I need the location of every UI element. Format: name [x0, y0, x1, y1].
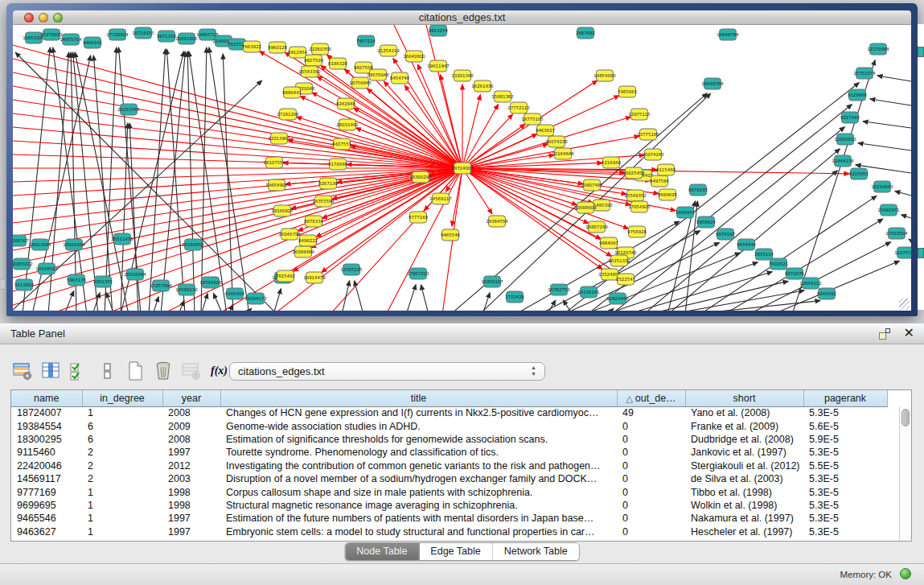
- table-cell[interactable]: 5.5E-5: [803, 459, 887, 472]
- graph-node[interactable]: 9884067: [599, 237, 618, 249]
- table-cell[interactable]: Changes of HCN gene expression and I(f) …: [220, 406, 617, 419]
- graph-node[interactable]: 13775165: [637, 129, 659, 140]
- graph-node[interactable]: 16958107: [481, 276, 503, 287]
- graph-node[interactable]: 5903135: [67, 274, 86, 286]
- table-cell[interactable]: 6: [82, 419, 162, 432]
- tab-node-table[interactable]: Node Table: [345, 543, 419, 560]
- graph-node[interactable]: 27181206: [277, 109, 299, 120]
- graph-node[interactable]: 12923448: [606, 293, 629, 304]
- new-table-icon[interactable]: [124, 360, 146, 382]
- graph-node[interactable]: 14355594: [312, 196, 335, 207]
- table-row[interactable]: 1938455462009Genome-wide association stu…: [11, 419, 887, 432]
- graph-node[interactable]: 21606507: [13, 235, 29, 246]
- table-row[interactable]: 1830029562008Estimation of significance …: [11, 433, 887, 446]
- graph-node[interactable]: 28031441: [336, 119, 358, 130]
- graph-node[interactable]: 9245692: [817, 288, 836, 299]
- graph-node[interactable]: 6166304: [225, 288, 245, 299]
- graph-node[interactable]: 19611947: [427, 60, 449, 72]
- graph-node[interactable]: 22260358: [309, 43, 331, 55]
- graph-node[interactable]: 14854093: [593, 70, 615, 81]
- column-header-out_de[interactable]: △out_de…: [617, 390, 685, 406]
- graph-node[interactable]: 9827509: [304, 55, 324, 66]
- table-row[interactable]: 946554611997Estimation of the future num…: [11, 512, 887, 525]
- table-cell[interactable]: 0: [617, 512, 685, 525]
- table-cell[interactable]: 6: [82, 433, 162, 446]
- graph-node[interactable]: 15549353: [624, 190, 646, 201]
- table-cell[interactable]: Embryonic stem cells: a model to study s…: [220, 525, 617, 538]
- table-cell[interactable]: 0: [617, 525, 685, 538]
- table-cell[interactable]: Disruption of a novel member of a sodium…: [220, 472, 617, 485]
- graph-node[interactable]: 10164644: [552, 148, 574, 159]
- graph-node[interactable]: 9671358: [157, 31, 177, 42]
- graph-node[interactable]: 9497584: [650, 175, 670, 187]
- graph-node[interactable]: 9115460: [656, 164, 676, 175]
- table-cell[interactable]: 5.6E-5: [803, 419, 887, 432]
- graph-node[interactable]: 17016504: [885, 228, 908, 239]
- graph-node[interactable]: 13201348: [451, 70, 474, 81]
- table-cell[interactable]: 18300295: [11, 433, 82, 446]
- graph-node[interactable]: 2687682: [576, 27, 595, 39]
- table-cell[interactable]: 5.3E-5: [803, 485, 887, 498]
- graph-node[interactable]: 8813074: [429, 25, 449, 36]
- graph-node[interactable]: 9466161: [83, 37, 102, 48]
- table-cell[interactable]: Estimation of significance thresholds fo…: [220, 433, 617, 446]
- table-cell[interactable]: 1998: [162, 485, 220, 498]
- graph-node[interactable]: 9465546: [441, 229, 461, 241]
- graph-node[interactable]: 9463627: [536, 125, 555, 136]
- graph-node[interactable]: 9756928: [627, 226, 647, 237]
- graph-node[interactable]: 1733426: [505, 291, 525, 303]
- table-cell[interactable]: 1: [82, 525, 162, 538]
- graph-node[interactable]: 8958924: [696, 216, 717, 228]
- table-cell[interactable]: Tibbo et al. (1998): [685, 485, 803, 498]
- graph-node[interactable]: 4170046: [328, 159, 348, 170]
- table-cell[interactable]: 22420046: [11, 459, 82, 472]
- table-cell[interactable]: 0: [617, 499, 685, 512]
- graph-node[interactable]: 17957223: [407, 268, 429, 279]
- table-cell[interactable]: 2: [82, 459, 162, 472]
- graph-node[interactable]: 20153346: [117, 104, 140, 115]
- table-cell[interactable]: Investigating the contribution of common…: [220, 459, 617, 472]
- table-cell[interactable]: Franke et al. (2009): [685, 419, 803, 432]
- graph-node[interactable]: 7485063: [618, 86, 637, 97]
- table-cell[interactable]: 5.3E-5: [803, 525, 887, 538]
- graph-node[interactable]: 9227343: [840, 112, 860, 123]
- memory-status-icon[interactable]: [900, 568, 911, 579]
- graph-node[interactable]: 19654903: [265, 179, 287, 191]
- graph-node[interactable]: 7632621: [769, 258, 788, 270]
- graph-node[interactable]: 8215953: [849, 168, 869, 179]
- vertical-scrollbar[interactable]: [899, 407, 911, 541]
- graph-node[interactable]: 18916094: [63, 239, 85, 250]
- table-cell[interactable]: 0: [617, 459, 685, 472]
- table-cell[interactable]: Dudbridge et al. (2008): [685, 433, 803, 446]
- table-row[interactable]: 2242004622012Investigating the contribut…: [11, 459, 887, 472]
- graph-node[interactable]: 14598130: [175, 284, 198, 295]
- graph-node[interactable]: 8912954: [288, 47, 308, 58]
- table-cell[interactable]: Estimation of the future numbers of pati…: [220, 512, 617, 525]
- table-cell[interactable]: 2003: [162, 472, 220, 485]
- graph-node[interactable]: 8186328: [328, 58, 348, 69]
- graph-node[interactable]: 19166827: [271, 205, 293, 216]
- graph-node[interactable]: 8471676: [785, 268, 805, 279]
- table-row[interactable]: 911546021997Tourette syndrome. Phenomeno…: [11, 446, 887, 459]
- table-cell[interactable]: Hescheler et al. (1997): [685, 525, 803, 538]
- table-cell[interactable]: Structural magnetic resonance image aver…: [220, 499, 617, 512]
- table-cell[interactable]: 2008: [162, 406, 220, 419]
- column-header-name[interactable]: name: [11, 390, 82, 406]
- table-cell[interactable]: Stergiakouli et al. (2012): [685, 459, 803, 472]
- window-titlebar[interactable]: citations_edges.txt: [13, 10, 911, 25]
- table-cell[interactable]: Yano et al. (2008): [685, 406, 803, 419]
- tab-network-table[interactable]: Network Table: [493, 543, 579, 560]
- table-cell[interactable]: 49: [617, 406, 685, 419]
- table-cell[interactable]: de Silva et al. (2003): [685, 472, 803, 485]
- graph-node[interactable]: 18913094: [29, 239, 51, 250]
- column-header-title[interactable]: title: [220, 390, 617, 406]
- graph-node[interactable]: 21254319: [377, 45, 400, 56]
- table-cell[interactable]: Corpus callosum shape and size in male p…: [220, 485, 617, 498]
- graph-node[interactable]: 10648784: [701, 78, 724, 89]
- graph-node[interactable]: 9699695: [658, 189, 677, 200]
- delete-table-icon[interactable]: [152, 360, 174, 382]
- close-panel-icon[interactable]: ✕: [904, 326, 914, 340]
- function-builder-icon[interactable]: f(x): [208, 360, 230, 382]
- table-cell[interactable]: 2: [82, 446, 162, 459]
- graph-node[interactable]: 12170384: [867, 43, 889, 55]
